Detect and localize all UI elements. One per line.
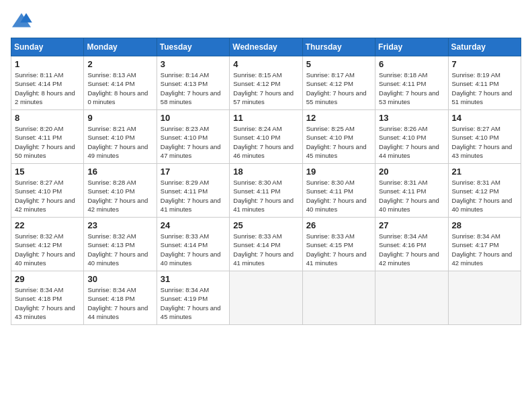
day-number: 1 <box>15 59 80 69</box>
calendar-cell: 21Sunrise: 8:31 AMSunset: 4:12 PMDayligh… <box>448 164 521 218</box>
calendar-week-row: 1Sunrise: 8:11 AMSunset: 4:14 PMDaylight… <box>11 56 521 110</box>
weekday-header: Saturday <box>448 38 521 56</box>
weekday-header: Monday <box>84 38 157 56</box>
day-info: Sunrise: 8:24 AMSunset: 4:10 PMDaylight:… <box>233 124 298 160</box>
day-number: 19 <box>306 167 371 177</box>
logo-icon <box>11 11 32 30</box>
day-number: 6 <box>379 59 444 69</box>
calendar-cell: 5Sunrise: 8:17 AMSunset: 4:12 PMDaylight… <box>302 56 375 110</box>
calendar-cell: 2Sunrise: 8:13 AMSunset: 4:14 PMDaylight… <box>84 56 157 110</box>
day-info: Sunrise: 8:30 AMSunset: 4:11 PMDaylight:… <box>233 178 298 214</box>
calendar-cell <box>375 271 448 325</box>
day-number: 4 <box>233 59 298 69</box>
weekday-header: Sunday <box>11 38 84 56</box>
calendar-header-row: SundayMondayTuesdayWednesdayThursdayFrid… <box>11 38 521 56</box>
day-number: 15 <box>15 167 80 177</box>
day-info: Sunrise: 8:34 AMSunset: 4:17 PMDaylight:… <box>452 232 517 267</box>
calendar-cell: 23Sunrise: 8:32 AMSunset: 4:13 PMDayligh… <box>84 218 157 271</box>
calendar-cell: 27Sunrise: 8:34 AMSunset: 4:16 PMDayligh… <box>375 218 448 271</box>
calendar-week-row: 22Sunrise: 8:32 AMSunset: 4:12 PMDayligh… <box>11 218 521 271</box>
day-info: Sunrise: 8:29 AMSunset: 4:11 PMDaylight:… <box>161 178 226 214</box>
calendar-cell: 28Sunrise: 8:34 AMSunset: 4:17 PMDayligh… <box>448 218 521 271</box>
calendar-table: SundayMondayTuesdayWednesdayThursdayFrid… <box>11 38 521 325</box>
day-info: Sunrise: 8:26 AMSunset: 4:10 PMDaylight:… <box>379 124 444 160</box>
calendar-cell: 11Sunrise: 8:24 AMSunset: 4:10 PMDayligh… <box>230 110 302 164</box>
day-info: Sunrise: 8:33 AMSunset: 4:15 PMDaylight:… <box>306 232 371 267</box>
calendar-cell <box>230 271 302 325</box>
day-info: Sunrise: 8:14 AMSunset: 4:13 PMDaylight:… <box>161 71 226 106</box>
calendar-cell: 7Sunrise: 8:19 AMSunset: 4:11 PMDaylight… <box>448 56 521 110</box>
calendar-cell: 22Sunrise: 8:32 AMSunset: 4:12 PMDayligh… <box>11 218 84 271</box>
calendar-cell: 6Sunrise: 8:18 AMSunset: 4:11 PMDaylight… <box>375 56 448 110</box>
day-info: Sunrise: 8:34 AMSunset: 4:19 PMDaylight:… <box>161 285 226 321</box>
day-number: 10 <box>161 113 226 123</box>
calendar-cell: 24Sunrise: 8:33 AMSunset: 4:14 PMDayligh… <box>157 218 229 271</box>
day-number: 18 <box>233 167 298 177</box>
calendar-cell: 8Sunrise: 8:20 AMSunset: 4:11 PMDaylight… <box>11 110 84 164</box>
calendar-cell: 12Sunrise: 8:25 AMSunset: 4:10 PMDayligh… <box>302 110 375 164</box>
day-info: Sunrise: 8:23 AMSunset: 4:10 PMDaylight:… <box>161 124 226 160</box>
day-info: Sunrise: 8:27 AMSunset: 4:10 PMDaylight:… <box>452 124 517 160</box>
calendar-week-row: 8Sunrise: 8:20 AMSunset: 4:11 PMDaylight… <box>11 110 521 164</box>
weekday-header: Tuesday <box>157 38 229 56</box>
weekday-header: Friday <box>375 38 448 56</box>
day-info: Sunrise: 8:19 AMSunset: 4:11 PMDaylight:… <box>452 71 517 106</box>
calendar-cell: 19Sunrise: 8:30 AMSunset: 4:11 PMDayligh… <box>302 164 375 218</box>
day-number: 3 <box>161 59 226 69</box>
day-info: Sunrise: 8:30 AMSunset: 4:11 PMDaylight:… <box>306 178 371 214</box>
day-info: Sunrise: 8:25 AMSunset: 4:10 PMDaylight:… <box>306 124 371 160</box>
day-info: Sunrise: 8:34 AMSunset: 4:18 PMDaylight:… <box>15 285 80 321</box>
day-number: 16 <box>87 167 152 177</box>
day-number: 23 <box>87 220 152 230</box>
calendar-cell: 29Sunrise: 8:34 AMSunset: 4:18 PMDayligh… <box>11 271 84 325</box>
day-number: 11 <box>233 113 298 123</box>
day-info: Sunrise: 8:21 AMSunset: 4:10 PMDaylight:… <box>87 124 152 160</box>
day-info: Sunrise: 8:11 AMSunset: 4:14 PMDaylight:… <box>15 71 80 106</box>
logo <box>11 11 35 30</box>
day-number: 13 <box>379 113 444 123</box>
day-info: Sunrise: 8:32 AMSunset: 4:12 PMDaylight:… <box>15 232 80 267</box>
day-number: 20 <box>379 167 444 177</box>
calendar-cell: 31Sunrise: 8:34 AMSunset: 4:19 PMDayligh… <box>157 271 229 325</box>
calendar-cell: 4Sunrise: 8:15 AMSunset: 4:12 PMDaylight… <box>230 56 302 110</box>
calendar-cell: 13Sunrise: 8:26 AMSunset: 4:10 PMDayligh… <box>375 110 448 164</box>
day-info: Sunrise: 8:20 AMSunset: 4:11 PMDaylight:… <box>15 124 80 160</box>
calendar-cell: 17Sunrise: 8:29 AMSunset: 4:11 PMDayligh… <box>157 164 229 218</box>
day-number: 9 <box>87 113 152 123</box>
calendar-cell: 3Sunrise: 8:14 AMSunset: 4:13 PMDaylight… <box>157 56 229 110</box>
day-info: Sunrise: 8:31 AMSunset: 4:11 PMDaylight:… <box>379 178 444 214</box>
day-number: 8 <box>15 113 80 123</box>
calendar-cell: 10Sunrise: 8:23 AMSunset: 4:10 PMDayligh… <box>157 110 229 164</box>
day-number: 2 <box>87 59 152 69</box>
day-number: 24 <box>161 220 226 230</box>
calendar-cell: 25Sunrise: 8:33 AMSunset: 4:14 PMDayligh… <box>230 218 302 271</box>
day-number: 7 <box>452 59 517 69</box>
weekday-header: Thursday <box>302 38 375 56</box>
day-number: 26 <box>306 220 371 230</box>
calendar-cell <box>448 271 521 325</box>
day-number: 22 <box>15 220 80 230</box>
day-number: 21 <box>452 167 517 177</box>
calendar-cell: 15Sunrise: 8:27 AMSunset: 4:10 PMDayligh… <box>11 164 84 218</box>
calendar-week-row: 15Sunrise: 8:27 AMSunset: 4:10 PMDayligh… <box>11 164 521 218</box>
day-number: 27 <box>379 220 444 230</box>
day-info: Sunrise: 8:18 AMSunset: 4:11 PMDaylight:… <box>379 71 444 106</box>
day-info: Sunrise: 8:27 AMSunset: 4:10 PMDaylight:… <box>15 178 80 214</box>
day-info: Sunrise: 8:15 AMSunset: 4:12 PMDaylight:… <box>233 71 298 106</box>
calendar-cell: 9Sunrise: 8:21 AMSunset: 4:10 PMDaylight… <box>84 110 157 164</box>
calendar-cell: 26Sunrise: 8:33 AMSunset: 4:15 PMDayligh… <box>302 218 375 271</box>
day-number: 5 <box>306 59 371 69</box>
day-number: 25 <box>233 220 298 230</box>
weekday-header: Wednesday <box>230 38 302 56</box>
day-info: Sunrise: 8:17 AMSunset: 4:12 PMDaylight:… <box>306 71 371 106</box>
day-number: 29 <box>15 274 80 284</box>
day-info: Sunrise: 8:33 AMSunset: 4:14 PMDaylight:… <box>161 232 226 267</box>
day-info: Sunrise: 8:34 AMSunset: 4:18 PMDaylight:… <box>87 285 152 321</box>
calendar-cell: 18Sunrise: 8:30 AMSunset: 4:11 PMDayligh… <box>230 164 302 218</box>
page-header <box>11 11 521 30</box>
calendar-cell: 14Sunrise: 8:27 AMSunset: 4:10 PMDayligh… <box>448 110 521 164</box>
calendar-cell: 20Sunrise: 8:31 AMSunset: 4:11 PMDayligh… <box>375 164 448 218</box>
day-info: Sunrise: 8:13 AMSunset: 4:14 PMDaylight:… <box>87 71 152 106</box>
day-info: Sunrise: 8:34 AMSunset: 4:16 PMDaylight:… <box>379 232 444 267</box>
day-number: 17 <box>161 167 226 177</box>
